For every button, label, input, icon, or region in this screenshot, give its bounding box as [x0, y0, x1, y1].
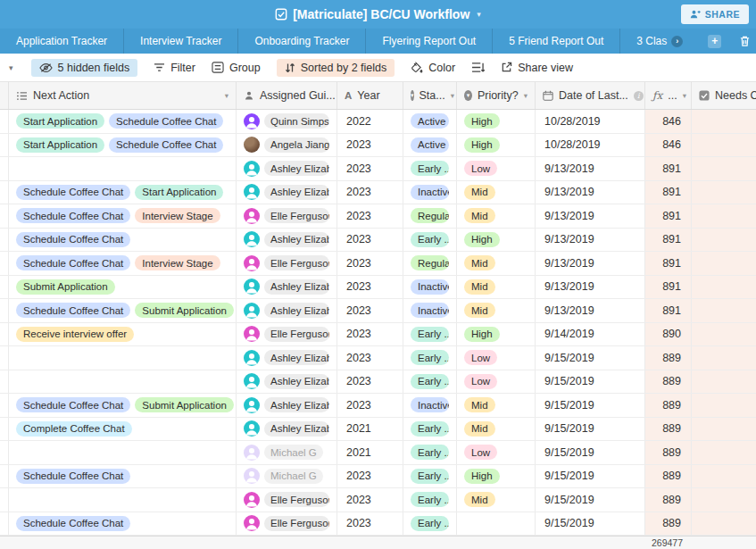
cell-needs-change[interactable] — [692, 323, 756, 346]
cell-next-action[interactable]: Schedule Coffee Chat — [9, 512, 237, 536]
cell-date[interactable]: 9/13/2019 — [536, 181, 645, 204]
color-button[interactable]: Color — [411, 62, 455, 74]
cell-year[interactable]: 2023 — [337, 229, 403, 252]
cell-priority[interactable]: Mid — [457, 394, 536, 417]
cell-needs-change[interactable] — [692, 229, 756, 252]
cell-next-action[interactable]: Schedule Coffee ChatInterview Stage — [9, 252, 237, 275]
cell-assigned-guide[interactable]: Ashley Elizabeth C — [237, 276, 337, 299]
table-row[interactable]: Ashley Elizabeth C 2023 Early ... Low 9/… — [0, 370, 756, 395]
cell-assigned-guide[interactable]: Ashley Elizabeth C — [237, 346, 337, 370]
cell-formula[interactable]: 891 — [645, 204, 692, 228]
table-row[interactable]: Schedule Coffee ChatSubmit Application A… — [0, 394, 756, 418]
cell-year[interactable]: 2021 — [337, 441, 403, 464]
cell-next-action[interactable]: Complete Coffee Chat — [9, 418, 237, 441]
filter-button[interactable]: Filter — [154, 62, 195, 74]
cell-next-action[interactable]: Receive interview offer — [9, 323, 237, 346]
cell-assigned-guide[interactable]: Ashley Elizabeth C — [237, 299, 337, 322]
cell-year[interactable]: 2023 — [337, 134, 403, 157]
cell-formula[interactable]: 891 — [645, 229, 692, 252]
cell-status[interactable]: Early ... — [403, 157, 457, 180]
cell-assigned-guide[interactable]: Ashley Elizabeth C — [237, 418, 337, 441]
cell-needs-change[interactable] — [692, 252, 756, 275]
cell-year[interactable]: 2023 — [337, 465, 403, 488]
cell-assigned-guide[interactable]: Elle Ferguson — [237, 512, 337, 536]
row-height-button[interactable] — [471, 62, 485, 73]
cell-date[interactable]: 9/15/2019 — [536, 418, 645, 441]
cell-date[interactable]: 9/13/2019 — [536, 252, 645, 275]
cell-status[interactable]: Early ... — [403, 465, 457, 488]
cell-next-action[interactable]: Schedule Coffee Chat — [9, 465, 237, 488]
cell-date[interactable]: 9/15/2019 — [536, 441, 645, 464]
cell-next-action[interactable]: Schedule Coffee ChatSubmit Application — [9, 299, 237, 322]
cell-assigned-guide[interactable]: Ashley Elizabeth C — [237, 181, 337, 204]
table-row[interactable]: Ashley Elizabeth C 2023 Early ... Low 9/… — [0, 157, 756, 181]
cell-year[interactable]: 2023 — [337, 394, 403, 417]
cell-needs-change[interactable] — [692, 418, 756, 441]
cell-status[interactable]: Early ... — [403, 346, 457, 370]
cell-status[interactable]: Early ... — [403, 323, 457, 346]
cell-priority[interactable]: Mid — [457, 488, 536, 512]
cell-status[interactable]: Inactive — [403, 276, 457, 299]
cell-date[interactable]: 9/13/2019 — [536, 276, 645, 299]
cell-next-action[interactable] — [9, 370, 237, 394]
cell-assigned-guide[interactable]: Ashley Elizabeth C — [237, 370, 337, 394]
cell-formula[interactable]: 889 — [645, 418, 692, 441]
base-title-group[interactable]: [Matriculate] BC/CU Workflow ▾ — [0, 7, 756, 21]
share-button[interactable]: SHARE — [681, 4, 749, 24]
column-header-next-action[interactable]: Next Action ▾ — [9, 82, 237, 109]
chevron-down-icon[interactable]: ▾ — [524, 91, 528, 100]
cell-needs-change[interactable] — [692, 134, 756, 157]
column-header-assigned-guide[interactable]: Assigned Gui... ▾ — [237, 82, 337, 109]
cell-needs-change[interactable] — [692, 394, 756, 417]
cell-formula[interactable]: 889 — [645, 346, 692, 370]
cell-next-action[interactable] — [9, 346, 237, 370]
cell-assigned-guide[interactable]: Elle Ferguson — [237, 252, 337, 275]
table-row[interactable]: Start ApplicationSchedule Coffee Chat An… — [0, 134, 756, 158]
cell-needs-change[interactable] — [692, 465, 756, 488]
cell-date[interactable]: 9/13/2019 — [536, 157, 645, 180]
cell-status[interactable]: Inactive — [403, 181, 457, 204]
cell-next-action[interactable]: Schedule Coffee ChatInterview Stage — [9, 204, 237, 228]
table-row[interactable]: Schedule Coffee ChatInterview Stage Elle… — [0, 252, 756, 276]
cell-year[interactable]: 2023 — [337, 157, 403, 180]
chevron-down-icon[interactable]: ▾ — [225, 91, 228, 100]
cell-year[interactable]: 2023 — [337, 346, 403, 370]
cell-date[interactable]: 9/15/2019 — [536, 465, 645, 488]
cell-priority[interactable]: High — [457, 110, 536, 133]
column-header-year[interactable]: A Year — [337, 82, 403, 109]
cell-date[interactable]: 9/15/2019 — [536, 370, 645, 394]
cell-formula[interactable]: 891 — [645, 157, 692, 180]
cell-assigned-guide[interactable]: Ashley Elizabeth C — [237, 157, 337, 180]
cell-year[interactable]: 2023 — [337, 370, 403, 394]
cell-assigned-guide[interactable]: Michael G — [237, 441, 337, 464]
cell-status[interactable]: Early ... — [403, 370, 457, 394]
table-row[interactable]: Schedule Coffee ChatStart Application As… — [0, 181, 756, 205]
cell-formula[interactable]: 889 — [645, 370, 692, 394]
cell-date[interactable]: 9/15/2019 — [536, 394, 645, 417]
cell-formula[interactable]: 889 — [645, 488, 692, 512]
cell-year[interactable]: 2021 — [337, 418, 403, 441]
add-tab-button[interactable]: + — [708, 35, 721, 48]
tab-3-classes[interactable]: 3 Clas › — [620, 29, 699, 54]
cell-needs-change[interactable] — [692, 512, 756, 536]
share-view-button[interactable]: Share view — [501, 62, 573, 74]
group-button[interactable]: Group — [212, 62, 261, 74]
cell-next-action[interactable]: Schedule Coffee Chat — [9, 229, 237, 252]
table-row[interactable]: Schedule Coffee Chat Michael G 2023 Earl… — [0, 465, 756, 489]
cell-needs-change[interactable] — [692, 346, 756, 370]
cell-formula[interactable]: 889 — [645, 394, 692, 417]
table-row[interactable]: Schedule Coffee Chat Elle Ferguson 2023 … — [0, 512, 756, 537]
column-header-priority[interactable]: ▾ Priority? ▾ — [457, 82, 536, 109]
cell-date[interactable]: 9/13/2019 — [536, 204, 645, 228]
cell-priority[interactable]: Mid — [457, 252, 536, 275]
table-row[interactable]: Submit Application Ashley Elizabeth C 20… — [0, 276, 756, 300]
cell-formula[interactable]: 846 — [645, 110, 692, 133]
cell-assigned-guide[interactable]: Ashley Elizabeth C — [237, 394, 337, 417]
cell-assigned-guide[interactable]: Elle Ferguson — [237, 488, 337, 512]
cell-status[interactable]: Regula... — [403, 204, 457, 228]
cell-year[interactable]: 2023 — [337, 181, 403, 204]
cell-priority[interactable]: High — [457, 465, 536, 488]
cell-priority[interactable]: Mid — [457, 299, 536, 322]
cell-year[interactable]: 2023 — [337, 512, 403, 536]
cell-status[interactable]: Early ... — [403, 488, 457, 512]
